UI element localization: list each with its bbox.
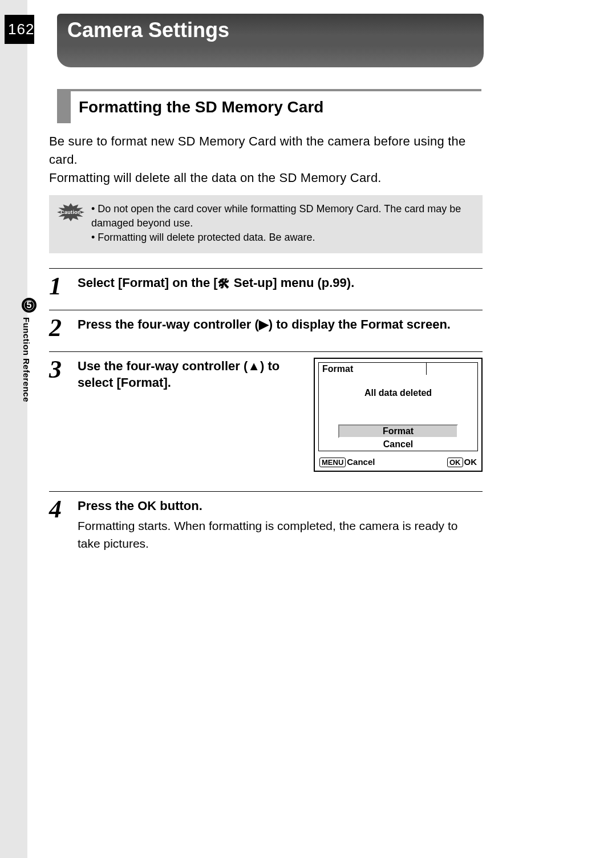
step-number: 4 [49,497,67,553]
caution-item: Formatting will delete protected data. B… [91,230,475,245]
page-left-margin [0,0,27,858]
intro-line-1: Be sure to format new SD Memory Card wit… [49,132,483,169]
step-title-text: button. [156,499,202,513]
step-number: 3 [49,358,67,475]
lcd-message: All data deleted [319,388,477,398]
lcd-option-other: Cancel [319,439,477,450]
lcd-option-selected: Format [338,424,458,438]
lcd-footer-right-label: OK [464,457,477,467]
page-number: 162 [5,15,34,44]
chapter-title: Camera Settings [67,18,229,42]
step-description: Formatting starts. When formatting is co… [78,517,483,552]
lcd-footer-left-label: Cancel [347,457,375,467]
steps-list: 1 Select [Format] on the [🛠 Set-up] menu… [49,268,483,564]
menu-key-icon: MENU [319,458,346,468]
step-title: Use the four-way controller (▲) to selec… [78,358,301,391]
chapter-title-bar: Camera Settings [57,14,484,67]
lcd-footer-left: MENUCancel [319,457,375,468]
step: 2 Press the four-way controller (▶) to d… [49,310,483,351]
caution-list: Do not open the card cover while formatt… [91,202,475,245]
lcd-footer-right: OKOK [447,457,477,468]
section-accent [57,91,71,123]
lcd-tab: Format [318,362,427,375]
step-title: Select [Format] on the [🛠 Set-up] menu (… [78,274,483,292]
step: 1 Select [Format] on the [🛠 Set-up] menu… [49,268,483,310]
caution-label: Caution [60,209,81,215]
caution-box: Caution Do not open the card cover while… [49,195,483,253]
lcd-screen-mockup: Format All data deleted Format Cancel ME… [314,358,483,472]
side-tab: 5 Function Reference [22,298,38,402]
step-title: Press the four-way controller (▶) to dis… [78,316,483,333]
side-tab-number: 5 [22,298,37,313]
section-title: Formatting the SD Memory Card [71,91,323,123]
section-heading: Formatting the SD Memory Card [57,89,481,123]
setup-icon: 🛠 [218,276,230,293]
step-title-text: Press the [78,499,137,513]
ok-button-label: OK [137,499,156,513]
step-title-text: Set-up] menu (p.99). [230,276,355,290]
step-number: 2 [49,316,67,340]
step: 4 Press the OK button. Formatting starts… [49,491,483,564]
lcd-footer: MENUCancel OKOK [315,455,481,471]
intro-line-2: Formatting will delete all the data on t… [49,169,483,187]
side-tab-label: Function Reference [22,317,31,402]
step-title-text: Select [Format] on the [ [78,276,218,290]
ok-key-icon: OK [447,458,463,468]
step: 3 Use the four-way controller (▲) to sel… [49,351,483,491]
step-title: Press the OK button. [78,497,483,515]
step-number: 1 [49,274,67,298]
caution-icon: Caution [57,203,84,221]
caution-item: Do not open the card cover while formatt… [91,202,475,230]
intro-text: Be sure to format new SD Memory Card wit… [49,132,483,187]
